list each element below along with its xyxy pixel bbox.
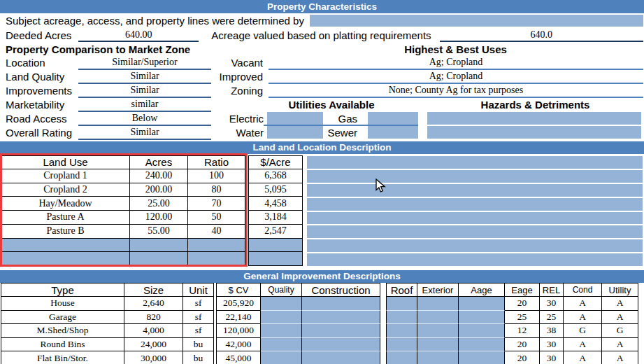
price-cell[interactable]: 2,547 <box>248 225 303 239</box>
cv-cell[interactable]: 45,000 <box>216 351 261 364</box>
description-input-cell[interactable] <box>307 239 643 252</box>
road-access-value-cell[interactable]: Below <box>78 112 211 126</box>
rel-cell[interactable]: 38 <box>540 324 564 338</box>
land-use-cell[interactable]: Cropland 2 <box>1 183 130 197</box>
determined-by-input-cell[interactable] <box>310 15 643 27</box>
roof-cell[interactable] <box>386 338 417 352</box>
quality-cell[interactable] <box>261 338 302 352</box>
land-use-cell[interactable]: Cropland 1 <box>1 169 130 183</box>
improved-value-cell[interactable]: Ag; Cropland <box>269 70 643 84</box>
vacant-value-cell[interactable]: Ag; Cropland <box>269 56 643 70</box>
rel-cell[interactable]: 25 <box>540 311 564 325</box>
ratio-cell[interactable] <box>188 239 245 253</box>
construction-cell[interactable] <box>302 338 380 352</box>
overall-rating-value-cell[interactable]: Similar <box>78 126 211 140</box>
ratio-cell[interactable]: 40 <box>188 225 245 239</box>
quality-cell[interactable] <box>261 324 302 338</box>
price-cell[interactable]: 5,095 <box>248 183 303 197</box>
exterior-cell[interactable] <box>417 297 459 311</box>
description-input-cell[interactable] <box>307 156 643 169</box>
utility-cell[interactable]: A <box>602 338 638 352</box>
unit-cell[interactable]: sf <box>183 297 214 311</box>
aage-cell[interactable] <box>459 311 505 325</box>
cv-cell[interactable]: 22,140 <box>216 311 261 325</box>
size-cell[interactable]: 2,640 <box>124 297 183 311</box>
eage-cell[interactable]: 25 <box>505 311 540 325</box>
size-cell[interactable]: 4,000 <box>124 324 183 338</box>
price-cell[interactable] <box>248 239 303 253</box>
platting-value-cell[interactable]: 640.0 <box>440 29 643 42</box>
construction-cell[interactable] <box>302 351 380 364</box>
utility-cell[interactable]: G <box>602 324 638 338</box>
acres-cell[interactable]: 200.00 <box>130 183 188 197</box>
roof-cell[interactable] <box>386 311 417 325</box>
price-cell[interactable] <box>248 252 303 266</box>
unit-cell[interactable]: sf <box>183 324 214 338</box>
acres-cell[interactable]: 240.00 <box>130 169 188 183</box>
sewer-input-cell[interactable] <box>368 126 418 139</box>
electric-input-cell[interactable] <box>267 112 323 125</box>
eage-cell[interactable]: 20 <box>505 351 540 364</box>
price-cell[interactable]: 3,184 <box>248 211 303 225</box>
eage-cell[interactable]: 12 <box>505 324 540 338</box>
cv-cell[interactable]: 42,000 <box>216 338 261 352</box>
construction-cell[interactable] <box>302 311 380 325</box>
aage-cell[interactable] <box>459 338 505 352</box>
cond-cell[interactable]: A <box>564 311 602 325</box>
description-input-cell[interactable] <box>307 198 643 211</box>
utility-cell[interactable]: A <box>602 311 638 325</box>
cv-cell[interactable]: 120,000 <box>216 324 261 338</box>
improvements-value-cell[interactable]: Similar <box>78 84 211 98</box>
quality-cell[interactable] <box>261 351 302 364</box>
land-use-cell[interactable] <box>1 239 130 253</box>
ratio-cell[interactable]: 80 <box>188 183 245 197</box>
size-cell[interactable]: 30,000 <box>124 351 183 364</box>
marketability-value-cell[interactable]: similar <box>78 98 211 112</box>
type-cell[interactable]: M.Shed/Shop <box>1 324 124 338</box>
description-input-cell[interactable] <box>307 225 643 238</box>
hazards-input-cell-1[interactable] <box>427 112 641 125</box>
roof-cell[interactable] <box>386 351 417 364</box>
location-value-cell[interactable]: Similar/Superior <box>78 56 211 70</box>
acres-cell[interactable]: 120.00 <box>130 211 188 225</box>
land-use-cell[interactable] <box>1 252 130 266</box>
quality-cell[interactable] <box>261 311 302 325</box>
unit-cell[interactable]: bu <box>183 351 214 364</box>
description-input-cell[interactable] <box>307 184 643 197</box>
acres-cell[interactable]: 25.00 <box>130 197 188 211</box>
land-quality-value-cell[interactable]: Similar <box>78 70 211 84</box>
zoning-value-cell[interactable]: None; County Ag for tax purposes <box>269 84 643 98</box>
gas-input-cell[interactable] <box>368 112 418 125</box>
size-cell[interactable]: 24,000 <box>124 338 183 352</box>
cond-cell[interactable]: A <box>564 351 602 364</box>
exterior-cell[interactable] <box>417 311 459 325</box>
acres-cell[interactable] <box>130 252 188 266</box>
aage-cell[interactable] <box>459 351 505 364</box>
utility-cell[interactable]: A <box>602 351 638 364</box>
quality-cell[interactable] <box>261 297 302 311</box>
rel-cell[interactable]: 30 <box>540 338 564 352</box>
aage-cell[interactable] <box>459 324 505 338</box>
land-use-cell[interactable]: Pasture A <box>1 211 130 225</box>
cond-cell[interactable]: A <box>564 338 602 352</box>
eage-cell[interactable]: 20 <box>505 297 540 311</box>
type-cell[interactable]: Flat Bin/Stor. <box>1 351 124 364</box>
cond-cell[interactable]: G <box>564 324 602 338</box>
exterior-cell[interactable] <box>417 351 459 364</box>
exterior-cell[interactable] <box>417 338 459 352</box>
land-use-cell[interactable]: Pasture B <box>1 225 130 239</box>
price-cell[interactable]: 6,368 <box>248 169 303 183</box>
deeded-acres-value-cell[interactable]: 640.00 <box>78 29 199 42</box>
rel-cell[interactable]: 30 <box>540 351 564 364</box>
description-input-cell[interactable] <box>307 253 643 266</box>
ratio-cell[interactable]: 50 <box>188 211 245 225</box>
ratio-cell[interactable]: 70 <box>188 197 245 211</box>
type-cell[interactable]: House <box>1 297 124 311</box>
description-input-cell[interactable] <box>307 212 643 225</box>
price-cell[interactable]: 4,458 <box>248 197 303 211</box>
water-input-cell[interactable] <box>267 126 323 139</box>
utility-cell[interactable]: A <box>602 297 638 311</box>
description-input-cell[interactable] <box>307 170 643 183</box>
hazards-input-cell-2[interactable] <box>427 126 641 139</box>
cond-cell[interactable]: A <box>564 297 602 311</box>
